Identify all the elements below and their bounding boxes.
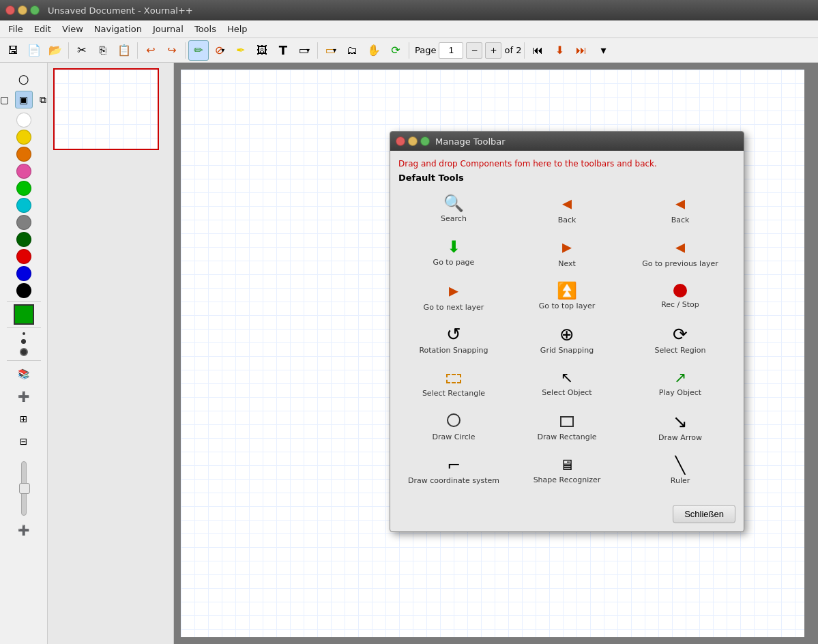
- color-black[interactable]: [16, 283, 31, 298]
- tool-ruler-label: Ruler: [671, 476, 690, 485]
- dialog-close-control[interactable]: [396, 136, 405, 146]
- dialog-min-control[interactable]: [408, 136, 418, 146]
- save-pdf-button[interactable]: 📄: [24, 40, 44, 61]
- color-cyan[interactable]: [16, 198, 31, 213]
- tool-layers-extra[interactable]: 📚: [14, 364, 34, 384]
- undo-button[interactable]: ↩: [141, 40, 161, 61]
- dialog-max-control[interactable]: [420, 136, 430, 146]
- tool-draw-arrow[interactable]: ↘ Draw Arrow: [625, 407, 735, 448]
- close-button[interactable]: [5, 5, 15, 15]
- image-button[interactable]: 🖼: [252, 40, 272, 61]
- text-button[interactable]: T: [273, 40, 293, 61]
- first-page-button[interactable]: ⏮: [527, 40, 548, 61]
- nav-dropdown[interactable]: ▾: [593, 40, 613, 61]
- draw-coord-icon: ⌐: [447, 457, 461, 473]
- tool-go-next-layer[interactable]: ▸ Go to next layer: [398, 276, 509, 317]
- tool-next[interactable]: ▸ Next: [512, 232, 622, 273]
- color-pink[interactable]: [16, 164, 31, 179]
- page-label: Page: [415, 45, 436, 55]
- open-button[interactable]: 📂: [45, 40, 65, 61]
- zoom-slider[interactable]: [21, 458, 27, 518]
- current-color-indicator[interactable]: [14, 304, 34, 325]
- tool-circle[interactable]: ○: [14, 68, 34, 89]
- hand-button[interactable]: ✋: [364, 40, 384, 61]
- tool-search-label: Search: [441, 214, 467, 223]
- sep-4: [317, 42, 318, 59]
- eraser-dropdown[interactable]: ⊘ ▾: [209, 40, 230, 61]
- tool-ruler[interactable]: ╲ Ruler: [625, 450, 735, 491]
- highlighter-button[interactable]: ✒: [231, 40, 251, 61]
- tool-rec-stop[interactable]: Rec / Stop: [625, 276, 735, 317]
- menu-journal[interactable]: Journal: [147, 23, 189, 35]
- page-minus-button[interactable]: −: [466, 42, 482, 59]
- dialog-window-controls[interactable]: [396, 136, 430, 146]
- shape-dropdown[interactable]: ▭ ▾: [294, 40, 315, 61]
- tool-go-to-page[interactable]: ⬇ Go to page: [398, 232, 509, 273]
- tool-add-page[interactable]: ➕: [14, 386, 34, 407]
- thickness-medium[interactable]: [20, 348, 28, 356]
- tool-draw-circle[interactable]: Draw Circle: [398, 407, 509, 448]
- tool-draw-rectangle[interactable]: Draw Rectangle: [512, 407, 622, 448]
- tool-go-prev-layer-label: Go to previous layer: [642, 259, 718, 268]
- page-input[interactable]: [439, 42, 463, 59]
- menu-file[interactable]: File: [3, 23, 29, 35]
- tool-select-region[interactable]: ⟳ Select Region: [625, 319, 735, 360]
- pen-button[interactable]: ✏: [188, 40, 209, 61]
- tool-page-style-1[interactable]: ▢: [0, 91, 14, 108]
- page-plus-button[interactable]: +: [485, 42, 501, 59]
- tool-grid-snapping[interactable]: ⊕ Grid Snapping: [512, 319, 622, 360]
- thickness-small[interactable]: [21, 339, 26, 344]
- menu-navigation[interactable]: Navigation: [89, 23, 147, 35]
- color-dark-green[interactable]: [16, 232, 31, 247]
- color-blue[interactable]: [16, 266, 31, 281]
- copy-button[interactable]: ⎘: [93, 40, 113, 61]
- tool-back2-label: Back: [671, 216, 690, 224]
- tool-select-object[interactable]: ↖ Select Object: [512, 363, 622, 404]
- minimize-button[interactable]: [18, 5, 27, 15]
- color-white[interactable]: [16, 113, 31, 128]
- tool-shrink[interactable]: ⊟: [14, 431, 34, 452]
- tool-page-style-2[interactable]: ▣: [15, 91, 33, 108]
- page-thumbnail-1[interactable]: [53, 68, 159, 150]
- tool-back2[interactable]: ◂ Back: [625, 188, 735, 229]
- page-thumbnails: [48, 63, 174, 644]
- color-yellow[interactable]: [16, 130, 31, 145]
- menu-view[interactable]: View: [57, 23, 89, 35]
- window-controls[interactable]: [5, 5, 40, 15]
- tool-shape-recognizer[interactable]: 🖥 Shape Recognizer: [512, 450, 622, 491]
- tool-select-region-label: Select Region: [654, 346, 705, 355]
- tool-back1[interactable]: ◂ Back: [512, 188, 622, 229]
- tool-select-rectangle-label: Select Rectangle: [422, 389, 485, 398]
- thickness-tiny[interactable]: [23, 332, 25, 335]
- color-red[interactable]: [16, 249, 31, 264]
- color-orange[interactable]: [16, 147, 31, 162]
- tool-select-rectangle[interactable]: Select Rectangle: [398, 363, 509, 404]
- select-region-button[interactable]: 🗂: [342, 40, 362, 61]
- prev-page-button[interactable]: ⬇: [549, 40, 570, 61]
- select-dropdown[interactable]: ▭ ▾: [321, 40, 341, 61]
- add-page-bottom[interactable]: ➕: [14, 520, 34, 540]
- next-page-button[interactable]: ⏭: [571, 40, 591, 61]
- color-gray[interactable]: [16, 215, 31, 230]
- zoom-slider-thumb[interactable]: [19, 483, 30, 494]
- maximize-button[interactable]: [30, 5, 40, 15]
- search-icon: 🔍: [443, 195, 464, 211]
- tool-go-prev-layer[interactable]: ◂ Go to previous layer: [625, 232, 735, 273]
- tool-play-object[interactable]: ↗ Play Object: [625, 363, 735, 404]
- menu-help[interactable]: Help: [222, 23, 253, 35]
- tool-search[interactable]: 🔍 Search: [398, 188, 509, 229]
- menu-edit[interactable]: Edit: [29, 23, 57, 35]
- close-dialog-button[interactable]: Schließen: [673, 505, 735, 523]
- new-button[interactable]: 🖫: [3, 40, 23, 61]
- cut-button[interactable]: ✂: [72, 40, 92, 61]
- paste-button[interactable]: 📋: [114, 40, 134, 61]
- tool-rotation-snapping[interactable]: ↺ Rotation Snapping: [398, 319, 509, 360]
- tool-draw-coord[interactable]: ⌐ Draw coordinate system: [398, 450, 509, 491]
- menu-tools[interactable]: Tools: [189, 23, 222, 35]
- refresh-button[interactable]: ⟳: [385, 40, 406, 61]
- color-green[interactable]: [16, 181, 31, 196]
- shape-recognizer-icon: 🖥: [559, 458, 574, 473]
- redo-button[interactable]: ↪: [162, 40, 182, 61]
- tool-template[interactable]: ⊞: [14, 409, 34, 429]
- tool-go-top-layer[interactable]: ⏫ Go to top layer: [512, 276, 622, 317]
